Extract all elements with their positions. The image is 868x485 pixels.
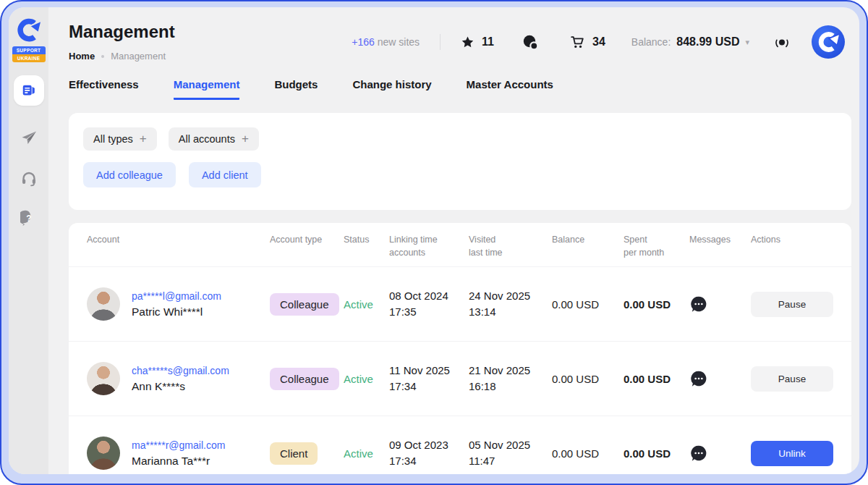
account-identity: ma*****r@gmail.com Marianna Ta***r	[132, 439, 225, 468]
linking-time: 08 Oct 202417:35	[389, 288, 469, 321]
message-bubble-icon	[689, 295, 708, 313]
account-email[interactable]: ma*****r@gmail.com	[132, 439, 225, 451]
table-header: AccountAccount typeStatusLinking timeacc…	[69, 223, 851, 267]
account-cell: pa*****l@gmail.com Patric Whi****l	[87, 287, 270, 321]
cart-count: 34	[592, 35, 605, 48]
visited-time: 05 Nov 202511:47	[469, 437, 552, 470]
chat-bubbles-icon	[522, 33, 539, 51]
cart-counter[interactable]: 34	[569, 34, 605, 50]
support-badge-line2: UKRAINE	[12, 54, 46, 62]
breadcrumb: Home Management	[69, 51, 166, 62]
new-sites-count: +166	[352, 36, 375, 48]
account-name: Marianna Ta***r	[132, 455, 225, 468]
paper-plane-icon	[20, 129, 38, 146]
action-button[interactable]: Unlink	[751, 441, 833, 466]
messages-button[interactable]	[689, 369, 751, 388]
table-body: pa*****l@gmail.com Patric Whi****l Colle…	[69, 267, 851, 474]
svg-text:?: ?	[26, 214, 31, 224]
messages-button[interactable]	[689, 444, 751, 463]
column-header: Status	[344, 233, 389, 246]
actions-cell: Pause	[751, 292, 833, 317]
visited-time: 21 Nov 202516:18	[469, 363, 552, 395]
column-header: Spentper month	[624, 233, 689, 259]
cart-icon	[569, 34, 585, 50]
actions-cell: Unlink	[751, 441, 833, 466]
account-type-badge: Colleague	[270, 368, 339, 390]
action-button[interactable]: Pause	[751, 366, 833, 392]
new-sites-label: new sites	[375, 36, 420, 48]
column-header: Account type	[270, 233, 344, 246]
action-button[interactable]: Pause	[751, 292, 833, 317]
breadcrumb-separator	[101, 55, 104, 58]
messages-button[interactable]	[689, 295, 751, 313]
news-document-icon	[21, 83, 37, 98]
sidebar-item-telegram[interactable]	[20, 129, 38, 146]
balance-label: Balance:	[631, 36, 671, 48]
app-frame: SUPPORT UKRAINE	[0, 0, 868, 485]
filters-card: All types + All accounts + Add colleague…	[69, 113, 851, 210]
balance-dropdown[interactable]: Balance: 848.99 USD ▾	[631, 35, 749, 48]
tab-management[interactable]: Management	[174, 78, 240, 100]
balance-cell: 0.00 USD	[552, 373, 624, 385]
account-identity: cha*****s@gmail.com Ann K****s	[132, 365, 229, 393]
account-type-badge: Client	[270, 442, 318, 465]
visibility-toggle[interactable]	[774, 34, 790, 50]
filter-all-accounts[interactable]: All accounts +	[169, 127, 259, 151]
account-type-cell: Client	[270, 442, 344, 465]
tab-budgets[interactable]: Budgets	[274, 78, 318, 100]
avatar	[87, 287, 120, 321]
message-bubble-icon	[689, 444, 708, 463]
account-email[interactable]: cha*****s@gmail.com	[132, 365, 229, 376]
favorites-count: 11	[482, 35, 494, 48]
support-ukraine-badge[interactable]: SUPPORT UKRAINE	[12, 46, 46, 62]
visited-time: 24 Nov 202513:14	[469, 288, 552, 321]
account-identity: pa*****l@gmail.com Patric Whi****l	[132, 290, 221, 319]
tab-effectiveness[interactable]: Effectiveness	[69, 78, 139, 100]
table-row: cha*****s@gmail.com Ann K****s Colleague…	[69, 342, 851, 416]
spent-cell: 0.00 USD	[624, 447, 689, 460]
spent-cell: 0.00 USD	[624, 373, 689, 385]
tab-change-history[interactable]: Change history	[352, 78, 431, 100]
column-header: Account	[87, 233, 270, 246]
account-cell: cha*****s@gmail.com Ann K****s	[87, 362, 270, 395]
plus-icon: +	[140, 134, 147, 144]
account-type-cell: Colleague	[270, 368, 344, 390]
new-sites-link[interactable]: +166 new sites	[352, 36, 420, 48]
filter-all-types-label: All types	[93, 133, 133, 145]
account-email[interactable]: pa*****l@gmail.com	[132, 290, 221, 302]
toolbar-divider	[440, 34, 441, 50]
main-content: Management Home Management +166 new site…	[48, 7, 859, 474]
status-label: Active	[344, 298, 389, 311]
status-label: Active	[344, 373, 389, 385]
tab-master-accounts[interactable]: Master Accounts	[467, 78, 553, 100]
account-name: Ann K****s	[132, 380, 229, 393]
star-icon	[461, 35, 475, 49]
favorites-counter[interactable]: 11	[461, 35, 494, 49]
user-avatar[interactable]	[812, 25, 845, 59]
linking-time: 11 Nov 202517:34	[389, 363, 469, 395]
brand-logo-icon[interactable]	[14, 16, 43, 45]
account-type-badge: Colleague	[270, 293, 339, 316]
avatar	[87, 362, 120, 395]
support-badge-line1: SUPPORT	[12, 46, 46, 54]
breadcrumb-current: Management	[111, 51, 166, 62]
add-client-button[interactable]: Add client	[189, 162, 261, 187]
filter-all-types[interactable]: All types +	[83, 127, 157, 151]
sidebar-item-help[interactable]: ?	[20, 210, 38, 227]
balance-cell: 0.00 USD	[552, 298, 624, 311]
chat-notifications-button[interactable]	[522, 33, 539, 51]
add-buttons: Add colleague Add client	[83, 162, 837, 187]
question-bubble-icon: ?	[20, 210, 38, 227]
account-type-cell: Colleague	[270, 293, 344, 316]
app-window: SUPPORT UKRAINE	[9, 7, 859, 474]
header-toolbar: +166 new sites 11	[352, 7, 845, 77]
breadcrumb-home[interactable]: Home	[69, 51, 95, 62]
sidebar-item-news[interactable]	[14, 75, 44, 106]
sidebar-item-support[interactable]	[20, 169, 38, 187]
linking-time: 09 Oct 202317:34	[389, 437, 469, 470]
add-colleague-button[interactable]: Add colleague	[83, 162, 176, 187]
page-title: Management	[69, 22, 175, 42]
balance-value: 848.99 USD	[676, 35, 739, 48]
headphones-icon	[20, 169, 38, 187]
status-label: Active	[344, 447, 389, 460]
